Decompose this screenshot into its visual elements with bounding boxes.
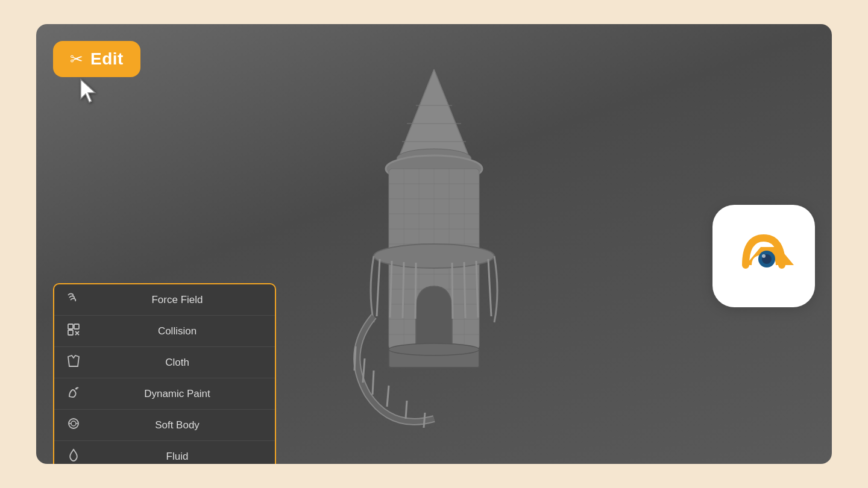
blender-logo	[712, 205, 815, 307]
collision-icon	[66, 323, 81, 339]
soft-body-icon	[66, 417, 81, 433]
menu-item-collision[interactable]: Collision	[54, 316, 275, 347]
svg-line-40	[424, 413, 425, 428]
scissors-icon: ✂	[70, 50, 83, 69]
svg-line-37	[373, 371, 374, 395]
svg-point-48	[76, 388, 78, 390]
edit-label: Edit	[90, 49, 124, 69]
main-container: ✂ Edit Force Field	[36, 24, 832, 464]
svg-line-31	[452, 263, 453, 319]
dynamic-paint-label: Dynamic Paint	[92, 388, 263, 400]
svg-line-36	[363, 358, 365, 383]
force-field-icon	[66, 292, 81, 308]
menu-item-force-field[interactable]: Force Field	[54, 284, 275, 316]
svg-line-29	[403, 262, 404, 318]
edit-button[interactable]: ✂ Edit	[53, 41, 140, 77]
svg-rect-44	[74, 324, 79, 329]
soft-body-label: Soft Body	[92, 419, 263, 431]
3d-viewport: ✂ Edit Force Field	[36, 24, 832, 464]
svg-line-35	[354, 346, 356, 371]
svg-line-39	[406, 401, 407, 419]
svg-line-27	[377, 259, 380, 316]
force-field-label: Force Field	[92, 294, 263, 306]
collision-label: Collision	[92, 325, 263, 337]
svg-rect-43	[68, 324, 73, 329]
menu-item-dynamic-paint[interactable]: Dynamic Paint	[54, 378, 275, 410]
svg-line-38	[387, 386, 389, 407]
svg-line-34	[488, 259, 491, 316]
svg-point-61	[762, 254, 766, 258]
svg-point-50	[71, 421, 76, 426]
tower-illustration	[295, 51, 573, 437]
dynamic-paint-icon	[66, 386, 81, 402]
menu-item-fluid[interactable]: Fluid	[54, 441, 275, 464]
menu-item-soft-body[interactable]: Soft Body	[54, 410, 275, 441]
cloth-label: Cloth	[92, 357, 263, 369]
cursor-icon	[77, 77, 100, 109]
fluid-icon	[66, 448, 81, 464]
svg-rect-45	[68, 330, 73, 335]
fluid-label: Fluid	[92, 451, 263, 463]
svg-point-42	[389, 343, 479, 355]
menu-item-cloth[interactable]: Cloth	[54, 347, 275, 378]
svg-marker-0	[398, 69, 470, 160]
svg-line-32	[464, 262, 465, 318]
physics-menu: Force Field Collision	[53, 283, 276, 464]
svg-line-30	[415, 263, 416, 319]
cloth-icon	[66, 354, 81, 371]
